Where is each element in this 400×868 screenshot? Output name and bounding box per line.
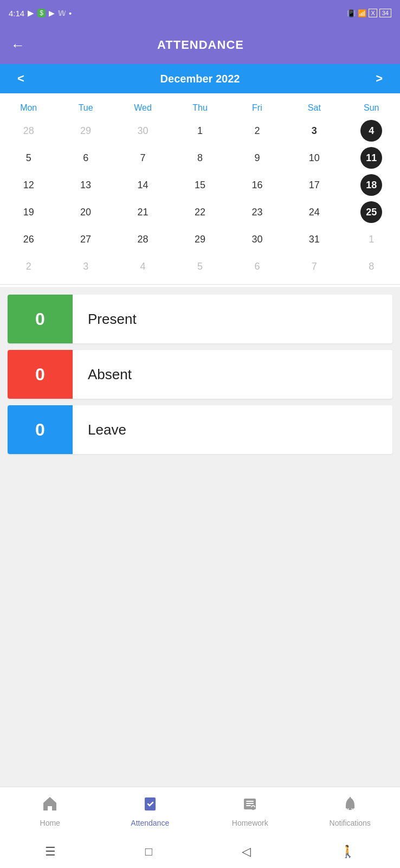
day-cell[interactable]: 30 xyxy=(251,234,262,245)
day-header-fri: Fri xyxy=(229,99,286,117)
day-cell-wrapper: 8 xyxy=(343,253,400,280)
nav-item-home[interactable]: Home xyxy=(0,795,100,827)
day-cell[interactable]: 30 xyxy=(138,125,149,137)
vibrate-icon: 📳 xyxy=(347,9,356,17)
status-dot: • xyxy=(69,9,72,18)
day-cell[interactable]: 8 xyxy=(197,152,203,164)
day-cell[interactable]: 20 xyxy=(80,207,91,218)
day-cell-wrapper: 4 xyxy=(114,253,171,280)
day-cell[interactable]: 2 xyxy=(254,125,260,137)
day-header-thu: Thu xyxy=(171,99,228,117)
day-cell-wrapper: 4 xyxy=(343,117,400,144)
day-cell[interactable]: 7 xyxy=(140,152,146,164)
day-cell-wrapper: 13 xyxy=(57,171,114,199)
day-cell[interactable]: 29 xyxy=(195,234,205,245)
system-back-icon[interactable]: ◁ xyxy=(242,845,251,859)
day-cell[interactable]: 28 xyxy=(23,125,34,137)
nav-item-homework[interactable]: Homework xyxy=(200,795,300,827)
day-cell[interactable]: 16 xyxy=(251,180,262,191)
back-button[interactable]: ← xyxy=(11,37,25,54)
next-month-button[interactable]: > xyxy=(369,67,389,90)
day-cell[interactable]: 9 xyxy=(254,152,260,164)
attendance-nav-label: Attendance xyxy=(131,819,169,827)
day-cell[interactable]: 22 xyxy=(195,207,205,218)
day-cell-wrapper: 25 xyxy=(343,199,400,226)
day-cell[interactable]: 5 xyxy=(197,261,203,272)
prev-month-button[interactable]: < xyxy=(11,67,31,90)
day-cell[interactable]: 3 xyxy=(83,261,88,272)
day-cell[interactable]: 6 xyxy=(83,152,88,164)
day-cell[interactable]: 15 xyxy=(195,180,205,191)
calendar-day-headers: MonTueWedThuFriSatSun xyxy=(0,99,400,117)
nav-item-notifications[interactable]: Notifications xyxy=(300,795,401,827)
day-cell[interactable]: 2 xyxy=(26,261,31,272)
system-home-icon[interactable]: □ xyxy=(145,845,152,859)
svg-rect-4 xyxy=(246,805,251,806)
summary-badge-absent: 0 xyxy=(8,350,73,399)
day-cell-sunday[interactable]: 25 xyxy=(360,201,382,223)
day-cell[interactable]: 7 xyxy=(312,261,317,272)
day-cell-wrapper: 5 xyxy=(171,253,228,280)
day-cell[interactable]: 27 xyxy=(80,234,91,245)
day-cell-wrapper: 29 xyxy=(171,226,228,253)
day-cell[interactable]: 1 xyxy=(197,125,203,137)
day-header-sun: Sun xyxy=(343,99,400,117)
day-cell[interactable]: 26 xyxy=(23,234,34,245)
bottom-nav: Home Attendance Homework Notifications xyxy=(0,787,400,835)
day-cell-wrapper: 8 xyxy=(171,144,228,171)
day-cell-sunday[interactable]: 18 xyxy=(360,174,382,196)
day-cell[interactable]: 29 xyxy=(80,125,91,137)
day-cell[interactable]: 24 xyxy=(309,207,320,218)
day-cell[interactable]: 21 xyxy=(138,207,149,218)
day-cell-wrapper: 10 xyxy=(286,144,343,171)
day-cell-wrapper: 11 xyxy=(343,144,400,171)
day-cell-wrapper: 9 xyxy=(229,144,286,171)
day-cell-sunday[interactable]: 4 xyxy=(360,120,382,142)
calendar-days: 2829301234567891011121314151617181920212… xyxy=(0,117,400,280)
status-right: 📳 📶 X 34 xyxy=(347,9,391,17)
day-cell-wrapper: 27 xyxy=(57,226,114,253)
system-person-icon[interactable]: 🚶 xyxy=(340,845,355,859)
day-cell-wrapper: 20 xyxy=(57,199,114,226)
svg-rect-6 xyxy=(349,808,352,810)
day-cell[interactable]: 6 xyxy=(254,261,260,272)
day-cell-wrapper: 7 xyxy=(286,253,343,280)
day-cell-wrapper: 28 xyxy=(0,117,57,144)
system-menu-icon[interactable]: ☰ xyxy=(45,845,56,859)
day-cell[interactable]: 12 xyxy=(23,180,34,191)
day-cell[interactable]: 19 xyxy=(23,207,34,218)
current-month-label: December 2022 xyxy=(160,73,240,85)
day-cell[interactable]: 4 xyxy=(140,261,146,272)
status-bar: 4:14 ▶ $ ▶ 𝕎 • 📳 📶 X 34 xyxy=(0,0,400,26)
day-cell-wrapper: 14 xyxy=(114,171,171,199)
status-time: 4:14 xyxy=(9,9,24,18)
day-cell-wrapper: 30 xyxy=(229,226,286,253)
notifications-nav-label: Notifications xyxy=(330,819,371,827)
day-cell[interactable]: 3 xyxy=(312,125,317,137)
day-cell-sunday[interactable]: 11 xyxy=(360,147,382,169)
nav-item-attendance[interactable]: Attendance xyxy=(100,795,201,827)
summary-label-leave: Leave xyxy=(73,405,126,454)
day-cell-wrapper: 30 xyxy=(114,117,171,144)
day-cell[interactable]: 14 xyxy=(138,180,149,191)
day-cell[interactable]: 17 xyxy=(309,180,320,191)
day-cell[interactable]: 8 xyxy=(369,261,374,272)
day-cell[interactable]: 28 xyxy=(138,234,149,245)
day-cell[interactable]: 5 xyxy=(26,152,31,164)
home-nav-label: Home xyxy=(40,819,60,827)
summary-card-present: 0Present xyxy=(8,295,392,343)
day-cell-wrapper: 19 xyxy=(0,199,57,226)
app-header: ← ATTENDANCE xyxy=(0,26,400,64)
day-cell[interactable]: 1 xyxy=(369,234,374,245)
svg-rect-0 xyxy=(145,797,156,810)
day-cell-wrapper: 3 xyxy=(57,253,114,280)
day-cell[interactable]: 13 xyxy=(80,180,91,191)
day-cell[interactable]: 31 xyxy=(309,234,320,245)
day-cell[interactable]: 10 xyxy=(309,152,320,164)
day-cell[interactable]: 23 xyxy=(251,207,262,218)
homework-nav-label: Homework xyxy=(232,819,268,827)
day-cell-wrapper: 6 xyxy=(57,144,114,171)
day-cell-wrapper: 29 xyxy=(57,117,114,144)
calendar: MonTueWedThuFriSatSun 282930123456789101… xyxy=(0,93,400,287)
day-cell-wrapper: 28 xyxy=(114,226,171,253)
